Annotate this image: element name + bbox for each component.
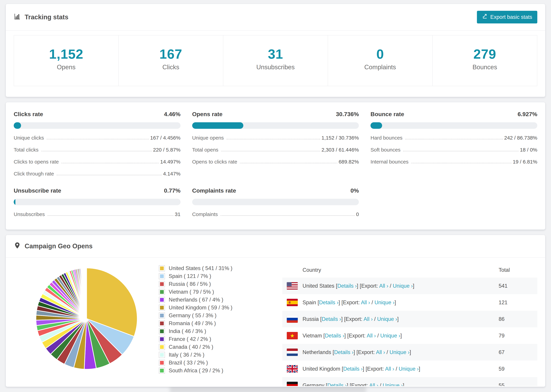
rates-card: Clicks rate4.46%Unique clicks167 / 4.456… — [6, 102, 545, 230]
dotted-leader — [221, 151, 320, 151]
export-prefix: ] [Export: — [357, 283, 379, 289]
rate-row-click-through-rate: Click through rate4.147% — [14, 171, 181, 177]
bracket: ] — [410, 349, 411, 355]
dotted-leader — [48, 215, 174, 216]
flag-cell — [287, 365, 303, 372]
export-unique-link[interactable]: Unique › — [383, 382, 403, 386]
legend-item-netherlands[interactable]: Netherlands ( 67 / 4% ) — [159, 297, 262, 303]
details-link[interactable]: Details › — [343, 366, 363, 372]
rate-row-label: Total opens — [192, 147, 218, 153]
country-name: United Kingdom [ — [303, 366, 343, 372]
legend-label: France ( 42 / 2% ) — [169, 336, 211, 342]
country-cell: Germany [Details ›] [Export: All › / Uni… — [303, 382, 499, 386]
pie-slice-other — [86, 268, 87, 319]
legend-swatch — [159, 360, 165, 365]
rate-row-unsubscribes: Unsubscribes31 — [14, 211, 181, 217]
legend-item-italy[interactable]: Italy ( 36 / 2% ) — [159, 352, 262, 358]
country-row-netherlands: Netherlands [Details ›] [Export: All › /… — [282, 344, 537, 361]
geo-title: Campaign Geo Opens — [14, 242, 92, 251]
stat-label: Opens — [15, 64, 117, 71]
rate-row-label: Click through rate — [14, 171, 54, 177]
export-unique-link[interactable]: Unique › — [374, 300, 395, 305]
legend-swatch — [159, 368, 165, 373]
separator: / — [394, 366, 399, 372]
export-all-link[interactable]: All › — [369, 382, 378, 386]
details-link[interactable]: Details › — [327, 382, 347, 386]
legend-item-india[interactable]: India ( 46 / 3% ) — [159, 328, 262, 334]
rate-row-label: Unique opens — [192, 135, 224, 141]
legend-item-united-kingdom[interactable]: United Kingdom ( 59 / 3% ) — [159, 305, 262, 311]
details-link[interactable]: Details › — [337, 283, 357, 289]
export-basic-stats-button[interactable]: Export basic stats — [477, 11, 537, 23]
rate-block-header: Complaints rate0% — [192, 187, 359, 194]
legend-label: United Kingdom ( 59 / 3% ) — [169, 305, 232, 311]
details-link[interactable]: Details › — [319, 300, 339, 305]
flag-cell — [287, 332, 303, 339]
rate-row-value: 167 / 4.456% — [150, 135, 181, 141]
legend-item-france[interactable]: France ( 42 / 2% ) — [159, 336, 262, 342]
pie-legend: United States ( 541 / 31% )Spain ( 121 /… — [159, 265, 262, 375]
country-row-united-kingdom: United Kingdom [Details ›] [Export: All … — [282, 361, 537, 377]
flag-cell — [287, 349, 303, 356]
dotted-leader — [226, 139, 320, 139]
export-unique-link[interactable]: Unique › — [377, 316, 397, 322]
rate-block-header: Clicks rate4.46% — [14, 111, 181, 118]
export-unique-link[interactable]: Unique › — [389, 349, 410, 355]
export-all-link[interactable]: All › — [376, 349, 385, 355]
export-unique-link[interactable]: Unique › — [399, 366, 419, 372]
export-all-link[interactable]: All › — [367, 333, 376, 339]
bracket: ] — [403, 382, 404, 386]
rate-percent: 4.46% — [164, 111, 180, 118]
legend-label: India ( 46 / 3% ) — [169, 328, 206, 334]
export-all-link[interactable]: All › — [379, 283, 388, 289]
geo-header: Campaign Geo Opens — [6, 235, 545, 258]
legend-item-brazil[interactable]: Brazil ( 33 / 2% ) — [159, 360, 262, 366]
rate-row-value: 31 — [175, 211, 180, 217]
country-name: Vietnam [ — [303, 333, 325, 339]
export-unique-link[interactable]: Unique › — [380, 333, 400, 339]
legend-item-spain[interactable]: Spain ( 121 / 7% ) — [159, 273, 262, 279]
legend-item-germany[interactable]: Germany ( 55 / 3% ) — [159, 313, 262, 319]
nl-flag-icon — [287, 349, 298, 356]
dotted-leader — [221, 215, 355, 216]
flag-cell — [287, 382, 303, 386]
separator: / — [388, 283, 393, 289]
legend-swatch — [159, 266, 165, 271]
bar-chart-icon — [14, 13, 21, 21]
export-unique-link[interactable]: Unique › — [393, 283, 413, 289]
legend-item-romania[interactable]: Romania ( 49 / 3% ) — [159, 320, 262, 327]
dotted-leader — [403, 151, 518, 151]
stats-summary-row: 1,152Opens167Clicks31Unsubscribes0Compla… — [14, 35, 537, 86]
country-row-united-states: United States [Details ›] [Export: All ›… — [282, 278, 537, 294]
us-flag-icon — [287, 282, 298, 290]
export-all-link[interactable]: All › — [361, 300, 370, 305]
details-link[interactable]: Details › — [322, 316, 341, 322]
legend-item-russia[interactable]: Russia ( 86 / 5% ) — [159, 281, 262, 287]
country-column-header: Country — [303, 267, 499, 273]
export-all-link[interactable]: All › — [364, 316, 373, 322]
rate-title: Unsubscribe rate — [14, 187, 61, 194]
dashboard-page: Tracking stats Export basic stats 1,152O… — [0, 0, 551, 387]
legend-label: Canada ( 40 / 2% ) — [169, 344, 213, 350]
country-cell: United Kingdom [Details ›] [Export: All … — [303, 366, 499, 372]
rate-row-unique-clicks: Unique clicks167 / 4.456% — [14, 135, 181, 141]
ru-flag-icon — [287, 315, 298, 323]
geo-table-header: Country Total — [282, 263, 537, 278]
legend-label: Italy ( 36 / 2% ) — [169, 352, 204, 358]
legend-item-vietnam[interactable]: Vietnam ( 79 / 5% ) — [159, 289, 262, 295]
export-all-link[interactable]: All › — [385, 366, 394, 372]
geo-body: United States ( 541 / 31% )Spain ( 121 /… — [6, 258, 545, 387]
flag-cell — [287, 282, 303, 290]
details-link[interactable]: Details › — [334, 349, 353, 355]
legend-item-south-africa[interactable]: South Africa ( 29 / 2% ) — [159, 368, 262, 374]
rate-rows: Unsubscribes31 — [14, 211, 181, 217]
details-link[interactable]: Details › — [325, 333, 344, 339]
legend-item-canada[interactable]: Canada ( 40 / 2% ) — [159, 344, 262, 350]
geo-pie-chart — [34, 266, 139, 371]
es-flag-icon — [287, 299, 298, 306]
bracket: ] — [400, 333, 402, 339]
rate-row-label: Hard bounces — [370, 135, 403, 141]
rate-block-unsubscribe-rate: Unsubscribe rate0.77%Unsubscribes31 — [14, 187, 181, 217]
separator: / — [376, 333, 380, 339]
legend-item-united-states[interactable]: United States ( 541 / 31% ) — [159, 265, 262, 271]
